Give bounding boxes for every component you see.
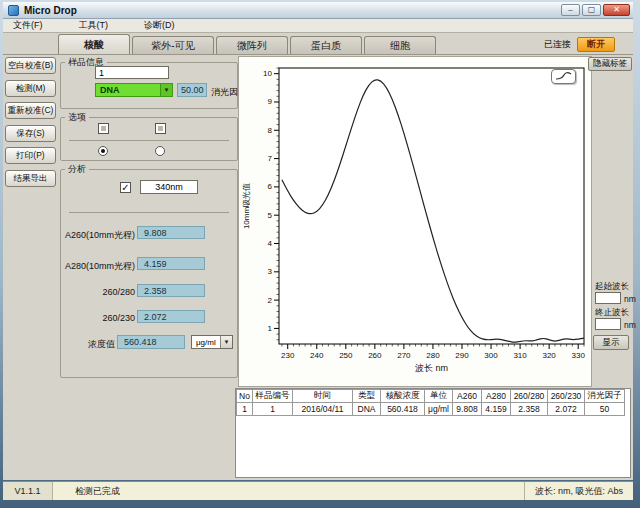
client-area: 核酸 紫外-可见 微阵列 蛋白质 细胞 已连接 断开 空白校准(B) 检测(M)… bbox=[3, 33, 633, 480]
extinction-factor-value: 50.00 bbox=[177, 83, 207, 97]
sample-type-select[interactable]: DNA ▼ bbox=[95, 83, 173, 97]
disconnect-button[interactable]: 断开 bbox=[577, 37, 615, 52]
y-tick-label: 2 bbox=[268, 296, 273, 305]
x-tick-label: 230 bbox=[281, 351, 295, 360]
x-tick-label: 240 bbox=[310, 351, 324, 360]
x-tick-label: 320 bbox=[542, 351, 556, 360]
option-radio-1[interactable] bbox=[98, 146, 108, 156]
a260-value: 9.808 bbox=[137, 226, 205, 239]
options-divider bbox=[69, 140, 229, 141]
table-header-cell: 260/280 bbox=[511, 390, 548, 403]
tab-cell[interactable]: 细胞 bbox=[364, 36, 436, 55]
table-header-cell: No bbox=[237, 390, 253, 403]
y-tick-label: 8 bbox=[268, 126, 273, 135]
y-tick-label: 10 bbox=[263, 69, 272, 78]
table-cell: DNA bbox=[353, 403, 381, 416]
ratio-260-280-label: 260/280 bbox=[63, 287, 135, 297]
y-tick-label: 7 bbox=[268, 154, 273, 163]
start-wavelength-input[interactable] bbox=[595, 292, 621, 304]
y-tick-label: 9 bbox=[268, 97, 273, 106]
table-header-cell: 样品编号 bbox=[253, 390, 293, 403]
menu-diagnostics[interactable]: 诊断(D) bbox=[134, 18, 185, 33]
table-row[interactable]: 112016/04/11DNA560.418μg/ml9.8084.1592.3… bbox=[237, 403, 625, 416]
unit-select[interactable]: μg/ml ▼ bbox=[191, 335, 233, 349]
analysis-wavelength-input[interactable] bbox=[140, 180, 198, 194]
option-checkbox-1[interactable] bbox=[98, 123, 109, 134]
option-radio-2[interactable] bbox=[155, 146, 165, 156]
table-header-cell: 单位 bbox=[425, 390, 453, 403]
curve-legend-button[interactable] bbox=[551, 69, 576, 84]
y-axis-title: 10mm吸光值 bbox=[242, 183, 251, 229]
close-button[interactable]: ✕ bbox=[603, 4, 630, 16]
table-cell: 9.808 bbox=[453, 403, 482, 416]
x-tick-label: 330 bbox=[572, 351, 586, 360]
y-tick-label: 4 bbox=[268, 239, 273, 248]
options-group-label: 选项 bbox=[65, 111, 89, 124]
print-button[interactable]: 打印(P) bbox=[5, 147, 56, 164]
table-header-cell: 时间 bbox=[293, 390, 353, 403]
window-title: Micro Drop bbox=[24, 5, 77, 16]
table-header-cell: 260/230 bbox=[548, 390, 585, 403]
spectrum-chart-panel: 2302402502602702802903003103203301234567… bbox=[238, 56, 592, 387]
table-cell: μg/ml bbox=[425, 403, 453, 416]
spectrum-chart: 2302402502602702802903003103203301234567… bbox=[239, 57, 591, 386]
tab-underline bbox=[3, 54, 633, 55]
chevron-down-icon: ▼ bbox=[160, 84, 172, 96]
x-tick-label: 310 bbox=[513, 351, 527, 360]
y-tick-label: 3 bbox=[268, 267, 273, 276]
table-header-cell: 类型 bbox=[353, 390, 381, 403]
tab-uv-vis[interactable]: 紫外-可见 bbox=[132, 36, 214, 55]
minimize-button[interactable]: – bbox=[561, 4, 580, 16]
x-tick-label: 290 bbox=[455, 351, 469, 360]
table-cell: 4.159 bbox=[482, 403, 511, 416]
table-cell: 2.072 bbox=[548, 403, 585, 416]
table-cell: 1 bbox=[237, 403, 253, 416]
ratio-260-230-label: 260/230 bbox=[63, 313, 135, 323]
y-tick-label: 6 bbox=[268, 182, 273, 191]
status-message: 检测已完成 bbox=[53, 485, 524, 498]
table-header-cell: A280 bbox=[482, 390, 511, 403]
table-header-cell: 核酸浓度 bbox=[381, 390, 425, 403]
option-checkbox-2[interactable] bbox=[155, 123, 166, 134]
y-tick-label: 1 bbox=[268, 324, 273, 333]
a280-value: 4.159 bbox=[137, 257, 205, 270]
maximize-button[interactable]: ▢ bbox=[582, 4, 601, 16]
table-cell: 560.418 bbox=[381, 403, 425, 416]
ratio-260-230-value: 2.072 bbox=[137, 310, 205, 323]
a280-label: A280(10mm光程) bbox=[63, 260, 135, 273]
recalibrate-button[interactable]: 重新校准(C) bbox=[5, 102, 56, 119]
blank-calibrate-button[interactable]: 空白校准(B) bbox=[5, 57, 56, 74]
menu-file[interactable]: 文件(F) bbox=[3, 18, 53, 33]
title-bar: Micro Drop – ▢ ✕ bbox=[3, 2, 633, 19]
tab-nucleic-acid[interactable]: 核酸 bbox=[58, 34, 130, 55]
chevron-down-icon: ▼ bbox=[220, 336, 232, 348]
plot-area bbox=[279, 68, 584, 344]
measure-button[interactable]: 检测(M) bbox=[5, 80, 56, 97]
hide-labels-button[interactable]: 隐藏标签 bbox=[588, 57, 632, 71]
export-results-button[interactable]: 结果导出 bbox=[5, 170, 56, 187]
start-nm-unit: nm bbox=[624, 294, 636, 304]
ratio-260-280-value: 2.358 bbox=[137, 284, 205, 297]
options-group: 选项 bbox=[60, 111, 238, 161]
concentration-value: 560.418 bbox=[117, 335, 185, 349]
app-window: Micro Drop – ▢ ✕ 文件(F) 工具(T) 诊断(D) 核酸 紫外… bbox=[0, 0, 640, 508]
tab-protein[interactable]: 蛋白质 bbox=[290, 36, 362, 55]
table-header-cell: 消光因子 bbox=[585, 390, 625, 403]
menu-tools[interactable]: 工具(T) bbox=[69, 18, 119, 33]
tab-strip: 核酸 紫外-可见 微阵列 蛋白质 细胞 bbox=[58, 34, 438, 55]
analysis-wavelength-checkbox[interactable]: ✓ bbox=[120, 182, 131, 193]
table-cell: 2016/04/11 bbox=[293, 403, 353, 416]
show-button[interactable]: 显示 bbox=[593, 335, 629, 350]
x-tick-label: 260 bbox=[368, 351, 382, 360]
table-header-row: No样品编号时间类型核酸浓度单位A260A280260/280260/230消光… bbox=[237, 390, 625, 403]
end-wavelength-input[interactable] bbox=[595, 318, 621, 330]
status-units: 波长: nm, 吸光值: Abs bbox=[524, 482, 633, 500]
status-bar: V1.1.1 检测已完成 波长: nm, 吸光值: Abs bbox=[3, 481, 633, 500]
end-nm-unit: nm bbox=[624, 320, 636, 330]
tab-microarray[interactable]: 微阵列 bbox=[216, 36, 288, 55]
x-axis-title: 波长 nm bbox=[415, 363, 448, 373]
table-header-cell: A260 bbox=[453, 390, 482, 403]
save-button[interactable]: 保存(S) bbox=[5, 125, 56, 142]
sample-id-input[interactable] bbox=[95, 66, 169, 79]
y-tick-label: 5 bbox=[268, 211, 273, 220]
